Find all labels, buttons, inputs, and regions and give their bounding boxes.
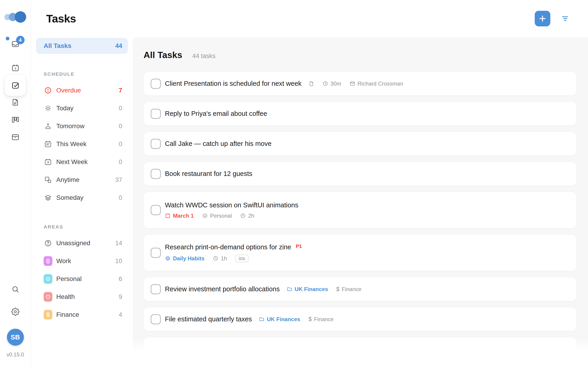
project-label: Daily Habits bbox=[173, 255, 204, 262]
duration-label: 1h bbox=[221, 255, 227, 262]
sidebar-item-label: Someday bbox=[56, 194, 83, 201]
area-chip: Personal bbox=[202, 213, 232, 219]
sidebar-item-overdue[interactable]: Overdue 7 bbox=[36, 81, 128, 99]
layers-icon bbox=[44, 193, 52, 202]
building-icon bbox=[44, 256, 52, 266]
task-card[interactable]: Research print-on-demand options for zin… bbox=[144, 234, 577, 271]
duration-chip: 30m bbox=[322, 81, 341, 87]
task-card[interactable]: File estimated quarterly taxes UK Financ… bbox=[144, 307, 577, 331]
sidebar-item-this-week[interactable]: This Week 0 bbox=[36, 135, 128, 153]
dollar-icon: $ bbox=[309, 316, 312, 323]
task-checkbox[interactable] bbox=[151, 205, 161, 215]
task-title: Reply to Priya's email about coffee bbox=[165, 110, 267, 117]
task-title: Watch WWDC session on SwiftUI animations bbox=[165, 201, 298, 209]
project-chip[interactable]: Daily Habits bbox=[165, 255, 204, 262]
schedule-list: Overdue 7 Today 0 Tomorrow 0 bbox=[36, 81, 128, 207]
task-card[interactable]: Call Jake — catch up after his move bbox=[144, 132, 577, 156]
area-chip: $Finance bbox=[309, 316, 334, 323]
inbox-count-badge: 4 bbox=[16, 36, 25, 44]
folder-icon bbox=[287, 286, 292, 292]
task-list: Client Presentation is scheduled for nex… bbox=[144, 72, 577, 367]
sidebar-item-today[interactable]: Today 0 bbox=[36, 99, 128, 117]
board-icon bbox=[11, 116, 19, 124]
task-card[interactable]: Watch WWDC session on SwiftUI animations… bbox=[144, 192, 577, 228]
sidebar-item-count: 0 bbox=[119, 123, 122, 130]
smiley-icon bbox=[44, 274, 52, 284]
calendar-icon bbox=[165, 213, 171, 219]
sidebar-item-tomorrow[interactable]: Tomorrow 0 bbox=[36, 117, 128, 135]
sidebar-item-personal[interactable]: Personal 6 bbox=[36, 270, 128, 288]
task-checkbox[interactable] bbox=[151, 79, 161, 89]
task-title: File estimated quarterly taxes bbox=[165, 315, 252, 323]
task-checkbox[interactable] bbox=[151, 109, 161, 119]
tag-badge: ios bbox=[235, 255, 249, 262]
assignee-chip: Richard Crossman bbox=[350, 81, 403, 87]
page-title: Tasks bbox=[46, 12, 76, 25]
list-header: All Tasks 44 tasks bbox=[144, 50, 577, 60]
sunrise-icon bbox=[44, 122, 52, 131]
sidebar-item-work[interactable]: Work 10 bbox=[36, 252, 128, 270]
project-chip[interactable]: UK Finances bbox=[259, 316, 300, 323]
inbox-button[interactable]: 4 bbox=[10, 39, 20, 49]
settings-button[interactable] bbox=[10, 307, 20, 317]
task-title: Book restaurant for 12 guests bbox=[165, 170, 252, 177]
archive-button[interactable] bbox=[10, 132, 20, 142]
search-button[interactable] bbox=[10, 284, 20, 294]
all-tasks-label: All Tasks bbox=[44, 42, 71, 50]
task-checkbox[interactable] bbox=[151, 139, 161, 149]
project-chip[interactable]: UK Finances bbox=[287, 286, 328, 292]
tasks-nav-button[interactable] bbox=[5, 75, 26, 96]
sidebar-item-anytime[interactable]: Anytime 37 bbox=[36, 171, 128, 189]
task-card[interactable]: Reply to Priya's email about coffee bbox=[144, 102, 577, 126]
search-icon bbox=[11, 285, 19, 293]
smiley-icon bbox=[202, 213, 208, 219]
calendar-7-icon: 7 bbox=[11, 64, 19, 72]
archive-icon bbox=[11, 133, 19, 141]
notes-icon bbox=[11, 98, 19, 106]
all-tasks-count: 44 bbox=[115, 42, 122, 50]
filter-button[interactable] bbox=[560, 14, 570, 24]
due-date-chip: March 1 bbox=[165, 213, 194, 219]
avatar[interactable]: SB bbox=[7, 329, 24, 346]
sidebar-item-count: 0 bbox=[119, 105, 122, 112]
sun-icon bbox=[44, 104, 52, 113]
task-card-partial[interactable] bbox=[144, 337, 577, 367]
duration-label: 2h bbox=[248, 213, 254, 219]
sidebar-item-label: Personal bbox=[56, 275, 82, 283]
task-checkbox[interactable] bbox=[151, 284, 161, 294]
duration-label: 30m bbox=[330, 81, 341, 87]
task-checkbox[interactable] bbox=[151, 248, 161, 258]
folder-icon bbox=[259, 316, 265, 322]
notes-button[interactable] bbox=[10, 97, 20, 107]
mail-icon bbox=[350, 81, 355, 86]
area-chip: $Finance bbox=[336, 286, 361, 292]
sidebar-item-health[interactable]: Health 9 bbox=[36, 288, 128, 306]
gear-icon bbox=[11, 308, 19, 316]
sidebar-item-finance[interactable]: $ Finance 4 bbox=[36, 306, 128, 324]
sidebar-item-someday[interactable]: Someday 0 bbox=[36, 189, 128, 207]
sidebar-item-count: 14 bbox=[115, 240, 122, 247]
calendar-icon bbox=[44, 140, 52, 148]
task-card[interactable]: Client Presentation is scheduled for nex… bbox=[144, 72, 577, 96]
sidebar-item-count: 6 bbox=[119, 275, 122, 283]
add-task-button[interactable] bbox=[535, 11, 550, 26]
sidebar-item-all-tasks[interactable]: All Tasks 44 bbox=[36, 38, 128, 54]
header: Tasks bbox=[31, 0, 588, 37]
task-checkbox[interactable] bbox=[151, 169, 161, 179]
sidebar-item-unassigned[interactable]: Unassigned 14 bbox=[36, 234, 128, 252]
area-label: Finance bbox=[342, 286, 361, 292]
task-count-subtitle: 44 tasks bbox=[192, 52, 216, 60]
board-button[interactable] bbox=[10, 115, 20, 125]
sidebar-item-next-week[interactable]: Next Week 0 bbox=[36, 153, 128, 171]
due-date-label: March 1 bbox=[173, 213, 194, 219]
header-actions bbox=[535, 11, 570, 26]
task-checkbox[interactable] bbox=[151, 314, 161, 324]
task-card[interactable]: Review investment portfolio allocations … bbox=[144, 277, 577, 301]
notification-dot bbox=[6, 37, 9, 40]
upcoming-button[interactable]: 7 bbox=[10, 63, 20, 73]
clock-icon bbox=[322, 81, 328, 86]
heart-icon bbox=[44, 292, 52, 302]
task-card[interactable]: Book restaurant for 12 guests bbox=[144, 162, 577, 186]
areas-list: Unassigned 14 Work 10 Personal 6 bbox=[36, 234, 128, 324]
assignee-label: Richard Crossman bbox=[358, 81, 403, 87]
